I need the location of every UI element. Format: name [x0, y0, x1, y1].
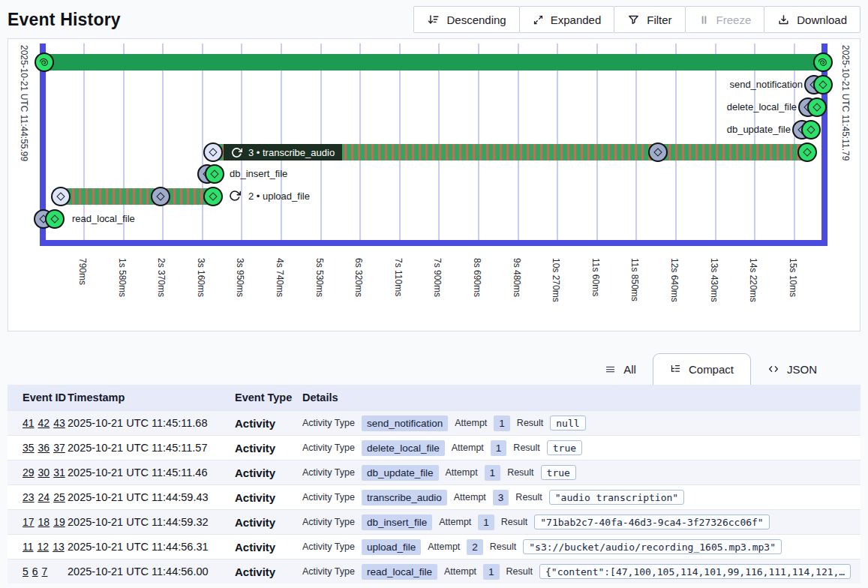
- event-id-link[interactable]: 31: [53, 466, 65, 478]
- timeline-row-label: db_update_file: [727, 124, 791, 136]
- x-tick-label: 12s 640ms: [669, 258, 680, 302]
- result-label: Result: [513, 442, 539, 453]
- attempt-label: Attempt: [444, 566, 476, 577]
- timestamp-cell: 2025-10-21 UTC 11:44:59.43: [68, 491, 235, 503]
- event-node-gray[interactable]: [648, 142, 668, 162]
- result-label: Result: [506, 566, 533, 577]
- download-label: Download: [797, 14, 847, 26]
- result-value: "audio transcription": [549, 490, 684, 505]
- table-row: 171819 2025-10-21 UTC 11:44:59.32 Activi…: [8, 509, 860, 534]
- download-button[interactable]: Download: [764, 6, 860, 33]
- result-label: Result: [501, 517, 527, 527]
- code-icon: [767, 363, 779, 375]
- event-id-link[interactable]: 36: [38, 442, 50, 454]
- tab-all[interactable]: All: [588, 353, 653, 385]
- attempt-label: Attempt: [454, 492, 486, 502]
- view-tabs: All Compact JSON: [8, 353, 860, 385]
- event-id-link[interactable]: 12: [38, 541, 50, 553]
- attempt-badge: 1: [478, 514, 494, 530]
- event-id-links: 414243: [23, 417, 68, 429]
- expanded-button[interactable]: Expanded: [519, 6, 615, 33]
- gridline: [794, 44, 795, 240]
- table-row: 232425 2025-10-21 UTC 11:44:59.43 Activi…: [8, 484, 860, 509]
- gridline: [675, 44, 677, 240]
- event-id-link[interactable]: 6: [32, 566, 38, 578]
- event-type-cell: Activity: [235, 466, 302, 479]
- details-cell: Activity Type db_insert_file Attempt 1 R…: [302, 514, 860, 530]
- workflow-end-node[interactable]: [813, 52, 833, 72]
- event-id-link[interactable]: 24: [38, 491, 50, 503]
- event-id-link[interactable]: 35: [23, 442, 35, 454]
- event-id-link[interactable]: 37: [53, 442, 65, 454]
- descending-button[interactable]: Descending: [413, 6, 519, 33]
- event-id-links: 567: [23, 566, 68, 578]
- timeline-row-label: db_insert_file: [230, 168, 287, 180]
- event-node-green[interactable]: [813, 75, 833, 94]
- event-node-green[interactable]: [45, 209, 65, 229]
- event-type-cell: Activity: [235, 491, 302, 504]
- event-node-gray[interactable]: [151, 187, 170, 206]
- event-node-scheduled[interactable]: [203, 142, 223, 162]
- diamond-icon: [803, 148, 811, 156]
- event-id-links: 293031: [23, 466, 68, 478]
- timestamp-cell: 2025-10-21 UTC 11:45:11.57: [68, 442, 235, 454]
- details-cell: Activity Type upload_file Attempt 2 Resu…: [302, 539, 860, 555]
- gridline: [202, 44, 203, 240]
- upload-file-bar[interactable]: [61, 188, 213, 205]
- tab-json[interactable]: JSON: [751, 353, 833, 385]
- freeze-button[interactable]: Freeze: [685, 6, 765, 33]
- event-id-link[interactable]: 25: [53, 491, 65, 503]
- details-cell: Activity Type send_notification Attempt …: [302, 416, 860, 431]
- filter-button[interactable]: Filter: [614, 6, 685, 33]
- activity-type-label: Activity Type: [302, 566, 355, 577]
- table-header: Event ID Timestamp Event Type Details: [8, 385, 860, 410]
- event-id-link[interactable]: 29: [23, 466, 35, 478]
- attempt-label: Attempt: [446, 467, 478, 478]
- tab-compact[interactable]: Compact: [653, 353, 751, 385]
- details-cell: Activity Type db_update_file Attempt 1 R…: [302, 465, 860, 481]
- menu-icon: [605, 364, 616, 375]
- gridline: [715, 44, 716, 240]
- event-id-link[interactable]: 41: [23, 417, 35, 429]
- diamond-icon: [812, 103, 821, 111]
- x-tick-label: 1s 580ms: [117, 258, 128, 297]
- attempt-badge: 3: [493, 490, 509, 506]
- event-id-link[interactable]: 43: [53, 417, 65, 429]
- event-node-scheduled[interactable]: [51, 187, 71, 206]
- x-tick-label: 13s 430ms: [709, 258, 719, 302]
- result-value: true: [541, 465, 576, 480]
- event-id-link[interactable]: 7: [42, 566, 48, 578]
- event-id-link[interactable]: 30: [38, 466, 50, 478]
- event-id-link[interactable]: 23: [23, 491, 35, 503]
- event-node-green[interactable]: [203, 187, 223, 206]
- event-id-link[interactable]: 19: [53, 516, 65, 528]
- workflow-span-bar[interactable]: [46, 54, 823, 70]
- event-type-cell: Activity: [235, 516, 302, 529]
- workflow-start-node[interactable]: [35, 52, 54, 72]
- event-id-links: 171819: [23, 516, 68, 528]
- table-row: 293031 2025-10-21 UTC 11:45:11.46 Activi…: [8, 460, 860, 484]
- attempt-badge: 1: [491, 440, 507, 456]
- event-id-link[interactable]: 13: [53, 541, 65, 553]
- event-id-link[interactable]: 17: [23, 516, 35, 528]
- event-node-green[interactable]: [205, 164, 224, 184]
- event-node-green[interactable]: [801, 120, 821, 140]
- event-node-green[interactable]: [797, 142, 817, 162]
- gridline: [399, 44, 401, 240]
- timeline-panel: 2025-10-21 UTC 11:44:55.99 2025-10-21 UT…: [8, 38, 860, 332]
- event-id-link[interactable]: 42: [38, 417, 50, 429]
- event-id-link[interactable]: 5: [23, 566, 29, 578]
- activity-type-badge: db_insert_file: [362, 514, 432, 530]
- x-tick-label: 4s 740ms: [275, 258, 285, 297]
- event-id-link[interactable]: 11: [23, 541, 34, 553]
- top-bar: Event History Descending Expanded Filter…: [0, 0, 868, 38]
- event-id-link[interactable]: 18: [38, 516, 50, 528]
- spiral-icon: [818, 58, 828, 68]
- timestamp-cell: 2025-10-21 UTC 11:45:11.68: [68, 417, 235, 429]
- table-row: 353637 2025-10-21 UTC 11:45:11.57 Activi…: [8, 435, 860, 460]
- event-node-green[interactable]: [807, 98, 827, 117]
- activity-type-badge: upload_file: [362, 539, 421, 555]
- activity-type-badge: db_update_file: [362, 465, 439, 481]
- table-row: 414243 2025-10-21 UTC 11:45:11.68 Activi…: [8, 410, 860, 435]
- gridline: [478, 44, 479, 240]
